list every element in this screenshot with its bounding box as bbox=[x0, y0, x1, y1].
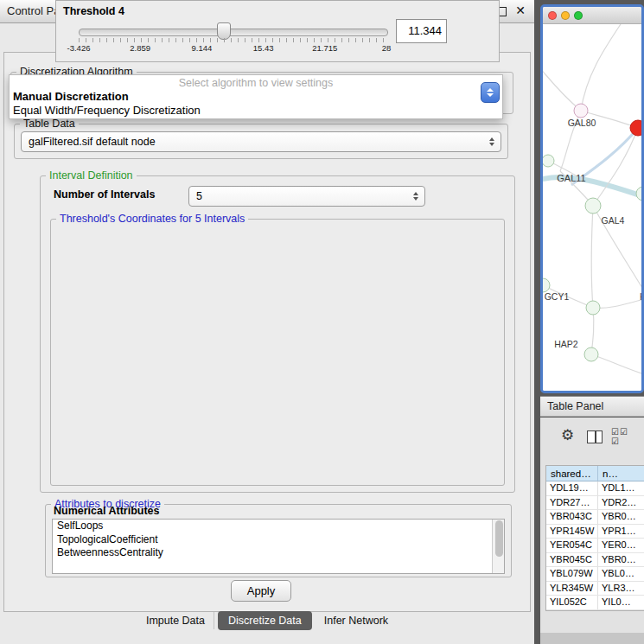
threshold-4-panel: Threshold 4 -3.4262.859 9.14415.43 21.71… bbox=[55, 0, 500, 62]
tab-label: Discretize Data bbox=[228, 615, 302, 627]
background-strip bbox=[540, 633, 644, 644]
thresholds-group: Threshold's Coordinates for 5 Intervals bbox=[50, 213, 505, 486]
tab-label: Infer Network bbox=[324, 615, 388, 627]
node-label-gcy1: GCY1 bbox=[545, 291, 570, 302]
minimize-traffic-light[interactable] bbox=[561, 11, 570, 20]
close-traffic-light[interactable] bbox=[548, 11, 557, 20]
table-row[interactable]: YBR045CYBR0… bbox=[546, 553, 644, 568]
node-gal80[interactable] bbox=[574, 104, 588, 118]
node-table: shared… n… YDL19…YDL1… YDR27…YDR2… YBR04… bbox=[545, 465, 644, 611]
threshold-4-slider-handle[interactable] bbox=[217, 22, 231, 40]
node-label-hap2: HAP2 bbox=[554, 339, 578, 349]
list-item[interactable]: TopologicalCoefficient bbox=[53, 533, 504, 547]
table-row[interactable]: YIL052CYIL0… bbox=[546, 596, 644, 610]
control-panel: Control Panel ✕ Network Style Select Cyn… bbox=[0, 0, 534, 644]
cyni-bottom-tabbar: Impute Data Discretize Data Infer Networ… bbox=[0, 609, 534, 633]
slider-scale-labels: -3.4262.859 9.14415.43 21.71528 bbox=[79, 43, 386, 54]
network-canvas[interactable]: GAL80 GAL11 GAL4 GCY1 H HAP2 bbox=[543, 24, 641, 392]
table-data-value: galFiltered.sif default node bbox=[22, 136, 489, 148]
gear-icon[interactable]: ⚙ bbox=[561, 426, 574, 444]
column-header-shared-name[interactable]: shared… bbox=[546, 466, 598, 481]
algorithm-dropdown: Select algorithm to view settings Manual… bbox=[9, 74, 503, 119]
arrow-up-icon bbox=[487, 88, 494, 92]
table-row[interactable]: YPR145WYPR1… bbox=[546, 525, 644, 539]
node-selected-red[interactable] bbox=[630, 120, 641, 136]
table-row[interactable]: YBL079WYBL0… bbox=[546, 567, 644, 582]
numerical-attributes-label: Numerical Attributes bbox=[54, 505, 159, 517]
thresholds-legend: Threshold's Coordinates for 5 Intervals bbox=[56, 213, 248, 225]
table-panel-title: Table Panel bbox=[540, 397, 644, 416]
node-label-gal80: GAL80 bbox=[568, 118, 596, 128]
node[interactable] bbox=[543, 155, 554, 167]
slider-ticks bbox=[79, 38, 387, 42]
table-header-row: shared… n… bbox=[546, 466, 644, 481]
table-panel-body: ⚙ ☑☑ ☑ shared… n… YDL19…YDL1… YDR27…YDR2… bbox=[540, 418, 644, 633]
node-label-gal4: GAL4 bbox=[602, 215, 625, 226]
combo-stepper-icon bbox=[489, 137, 494, 146]
column-header-name[interactable]: n… bbox=[598, 466, 644, 481]
node-label-partial: H bbox=[640, 291, 641, 302]
table-panel-header: Table Panel bbox=[540, 396, 644, 417]
table-row[interactable]: YER054CYER0… bbox=[546, 539, 644, 553]
list-scrollbar[interactable] bbox=[492, 520, 504, 573]
threshold-4-label: Threshold 4 bbox=[63, 5, 124, 17]
node-gcy1[interactable] bbox=[543, 278, 550, 292]
network-view-window: GAL80 GAL11 GAL4 GCY1 H HAP2 bbox=[540, 4, 644, 393]
algorithm-combo-stepper[interactable] bbox=[481, 82, 500, 103]
node-gal4[interactable] bbox=[585, 198, 601, 214]
tab-label: Impute Data bbox=[146, 615, 205, 627]
table-row[interactable]: YLR345WYLR3… bbox=[546, 582, 644, 596]
node-label-gal11: GAL11 bbox=[557, 173, 585, 183]
combo-stepper-icon bbox=[413, 192, 418, 201]
algorithm-placeholder: Select algorithm to view settings bbox=[10, 75, 502, 90]
node[interactable] bbox=[636, 187, 641, 201]
threshold-4-value-field[interactable]: 11.344 bbox=[396, 19, 447, 43]
node-hap2[interactable] bbox=[584, 348, 598, 361]
scrollbar-thumb[interactable] bbox=[495, 520, 503, 557]
table-row[interactable]: YBR043CYBR0… bbox=[546, 510, 644, 525]
number-of-intervals-value: 5 bbox=[189, 190, 413, 202]
tab-infer-network[interactable]: Infer Network bbox=[316, 612, 397, 629]
number-of-intervals-label: Number of Intervals bbox=[54, 188, 155, 201]
table-row[interactable]: YDR27…YDR2… bbox=[546, 496, 644, 511]
number-of-intervals-combo[interactable]: 5 bbox=[188, 186, 425, 207]
list-item[interactable]: SelfLoops bbox=[53, 520, 504, 533]
numerical-attributes-list: SelfLoops TopologicalCoefficient Between… bbox=[52, 519, 505, 574]
list-item[interactable]: BetweennessCentrality bbox=[53, 546, 504, 560]
arrow-down-icon bbox=[487, 93, 494, 97]
network-window-titlebar bbox=[543, 7, 641, 24]
node[interactable] bbox=[586, 301, 600, 315]
algorithm-option-manual[interactable]: Manual Discretization bbox=[10, 90, 502, 104]
threshold-4-slider-track[interactable] bbox=[79, 29, 388, 36]
tab-impute-data[interactable]: Impute Data bbox=[137, 612, 214, 629]
algorithm-option-equal-width[interactable]: Equal Width/Frequency Discretization bbox=[10, 104, 502, 118]
apply-button[interactable]: Apply bbox=[231, 580, 291, 602]
interval-definition-legend: Interval Definition bbox=[46, 169, 137, 182]
tab-discretize-data[interactable]: Discretize Data bbox=[218, 611, 312, 630]
close-icon[interactable]: ✕ bbox=[515, 3, 526, 17]
table-data-combo[interactable]: galFiltered.sif default node bbox=[21, 131, 501, 152]
column-visibility-icons[interactable]: ☑☑ ☑ bbox=[611, 427, 628, 446]
zoom-traffic-light[interactable] bbox=[574, 11, 583, 20]
columns-icon[interactable] bbox=[587, 430, 603, 443]
network-graph: GAL80 GAL11 GAL4 GCY1 H HAP2 bbox=[543, 24, 641, 392]
table-row[interactable]: YDL19…YDL1… bbox=[546, 481, 644, 496]
table-data-legend: Table Data bbox=[20, 118, 79, 130]
